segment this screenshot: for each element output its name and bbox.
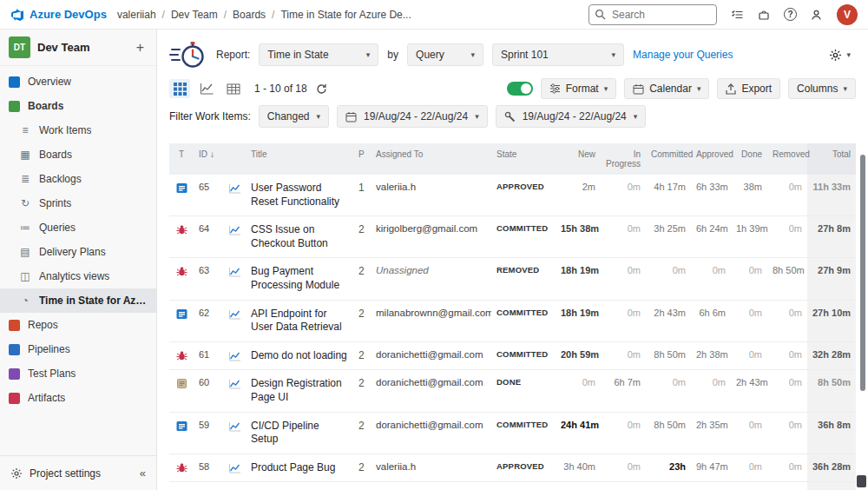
time-in-state-value: 6h 6m xyxy=(691,300,731,341)
col-header-in-progress[interactable]: In Progress xyxy=(601,143,646,175)
work-item-id[interactable]: 65 xyxy=(194,175,223,216)
add-project-icon[interactable]: + xyxy=(133,40,148,56)
format-label: Format xyxy=(566,83,599,95)
sidebar-item-analytics-views[interactable]: ◫Analytics views xyxy=(0,264,156,288)
state-date-range-select[interactable]: 19/Aug/24 - 22/Aug/24 ▾ xyxy=(496,105,647,128)
scrollbar-thumb[interactable] xyxy=(860,155,865,391)
work-item-id[interactable]: 58 xyxy=(194,454,223,482)
breadcrumb-project[interactable]: Dev Team xyxy=(171,9,233,21)
sidebar-item-queries[interactable]: ≔Queries xyxy=(0,215,156,240)
col-header-type[interactable]: T xyxy=(169,143,194,175)
grid-view-button[interactable] xyxy=(169,79,190,98)
col-header-done[interactable]: Done xyxy=(731,143,767,175)
time-in-state-value: 0m xyxy=(691,258,731,300)
col-header-removed[interactable]: Removed xyxy=(767,143,807,175)
work-item-title[interactable]: Product Page Bug xyxy=(246,454,353,482)
sidebar-item-test-plans[interactable]: Test Plans xyxy=(0,361,156,386)
col-header-title[interactable]: Title xyxy=(246,143,353,175)
calendar-button[interactable]: Calendar ▾ xyxy=(624,78,709,99)
sidebar-item-artifacts[interactable]: Artifacts xyxy=(0,386,156,410)
collapse-sidebar-icon[interactable]: « xyxy=(140,467,146,480)
work-item-title[interactable]: Design Registration Page UI xyxy=(246,370,353,412)
work-item-id[interactable]: 61 xyxy=(194,341,223,370)
work-item-title[interactable]: CI/CD Pipeline Setup xyxy=(246,412,353,454)
marketplace-bag-icon[interactable] xyxy=(757,8,771,22)
query-select[interactable]: Sprint 101 ▾ xyxy=(492,43,624,66)
table-row: 63Bug Payment Processing Module2Unassign… xyxy=(169,258,856,300)
breadcrumb-boards[interactable]: Boards xyxy=(233,9,280,21)
col-header-priority[interactable]: P xyxy=(353,143,371,175)
format-button[interactable]: Format ▾ xyxy=(541,78,617,99)
export-icon xyxy=(726,83,736,95)
project-settings[interactable]: Project settings « xyxy=(0,455,156,490)
sidebar-item-backlogs[interactable]: ≣Backlogs xyxy=(0,167,156,191)
time-in-state-value: 6h 7m xyxy=(601,370,646,412)
work-item-title[interactable]: Bug Payment Processing Module xyxy=(246,258,353,300)
work-item-title[interactable]: User Password Reset Functionality xyxy=(246,175,353,216)
work-item-id[interactable]: 64 xyxy=(194,216,223,258)
avatar[interactable]: V xyxy=(837,4,858,25)
work-item-id[interactable]: 57 xyxy=(194,482,223,490)
col-header-assigned[interactable]: Assigned To xyxy=(371,143,491,175)
open-chart-icon[interactable] xyxy=(223,482,246,490)
azure-devops-home-link[interactable]: Azure DevOps xyxy=(10,8,107,22)
live-update-toggle[interactable] xyxy=(507,82,533,96)
work-item-title[interactable]: CSS Issue on Checkout Button xyxy=(246,216,353,258)
time-in-state-value: 0m xyxy=(601,258,646,300)
sidebar-item-boards[interactable]: ▦Boards xyxy=(0,142,156,167)
changed-date-range-select[interactable]: 19/Aug/24 - 22/Aug/24 ▾ xyxy=(337,105,488,128)
col-header-id[interactable]: ID↓ xyxy=(194,143,223,175)
col-header-approved[interactable]: Approved xyxy=(691,143,731,175)
col-header-new[interactable]: New xyxy=(556,143,601,175)
sidebar-item-time-in-state-for-azure-devo[interactable]: ◔Time in State for Azure DevO... xyxy=(0,288,156,313)
sidebar-item-pipelines[interactable]: Pipelines xyxy=(0,337,156,361)
open-chart-icon[interactable] xyxy=(223,341,246,370)
time-in-state-value: 9h 47m xyxy=(691,454,731,482)
user-settings-icon[interactable] xyxy=(810,8,824,22)
work-item-id[interactable]: 62 xyxy=(194,300,223,341)
sidebar-item-label: Overview xyxy=(28,76,71,88)
sidebar-item-repos[interactable]: Repos xyxy=(0,313,156,337)
work-item-title[interactable]: ABS Optimization Initiative xyxy=(246,482,353,490)
work-item-title[interactable]: Demo do not loading xyxy=(246,341,353,370)
sidebar-item-overview[interactable]: Overview xyxy=(0,70,156,94)
work-item-title[interactable]: API Endpoint for User Data Retrieval xyxy=(246,300,353,341)
main-content: Report: Time in State ▾ by Query ▾ Sprin… xyxy=(157,30,868,490)
report-table-container: T ID↓ Title P Assigned To State New In P… xyxy=(157,129,868,490)
sidebar-item-work-items[interactable]: ≡Work Items xyxy=(0,118,156,142)
open-chart-icon[interactable] xyxy=(223,216,246,258)
open-chart-icon[interactable] xyxy=(223,175,246,216)
project-name[interactable]: Dev Team xyxy=(37,41,126,54)
report-type-select[interactable]: Time in State ▾ xyxy=(259,43,378,66)
open-chart-icon[interactable] xyxy=(223,454,246,482)
refresh-icon[interactable] xyxy=(316,83,327,95)
work-item-id[interactable]: 59 xyxy=(194,412,223,454)
search-input[interactable] xyxy=(589,4,717,25)
work-item-assigned: doranichetti@gmail.com xyxy=(371,341,491,370)
manage-queries-link[interactable]: Manage your Queries xyxy=(633,49,733,61)
sidebar-item-sprints[interactable]: ↻Sprints xyxy=(0,191,156,215)
source-type-select[interactable]: Query ▾ xyxy=(407,43,483,66)
help-icon[interactable]: ? xyxy=(784,8,797,21)
open-chart-icon[interactable] xyxy=(223,412,246,454)
filter-field-select[interactable]: Changed ▾ xyxy=(259,105,329,128)
open-chart-icon[interactable] xyxy=(223,370,246,412)
open-chart-icon[interactable] xyxy=(223,300,246,341)
col-header-committed[interactable]: Committed xyxy=(646,143,691,175)
table-view-button[interactable] xyxy=(223,79,244,98)
changed-date-range-value: 19/Aug/24 - 22/Aug/24 xyxy=(364,110,468,122)
bug-work-item-icon xyxy=(169,454,194,482)
sidebar-item-boards[interactable]: Boards xyxy=(0,94,156,118)
work-item-id[interactable]: 63 xyxy=(194,258,223,300)
chart-view-button[interactable] xyxy=(196,79,217,98)
checklist-icon[interactable] xyxy=(730,8,744,22)
export-button[interactable]: Export xyxy=(717,78,780,99)
open-chart-icon[interactable] xyxy=(223,258,246,300)
col-header-total[interactable]: Total xyxy=(807,143,856,175)
report-settings-menu[interactable]: ▾ xyxy=(829,49,856,62)
col-header-state[interactable]: State xyxy=(491,143,556,175)
work-item-id[interactable]: 60 xyxy=(194,370,223,412)
sidebar-item-delivery-plans[interactable]: ▤Delivery Plans xyxy=(0,240,156,264)
columns-button[interactable]: Columns ▾ xyxy=(788,78,856,99)
breadcrumb-org[interactable]: valeriiah xyxy=(117,9,171,21)
